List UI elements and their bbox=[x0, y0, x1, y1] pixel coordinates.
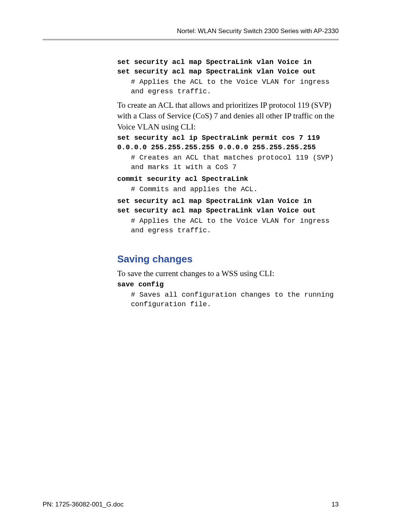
content-area: set security acl map SpectraLink vlan Vo… bbox=[117, 58, 339, 310]
footer-doc-name: PN: 1725-36082-001_G.doc bbox=[43, 501, 124, 508]
footer: PN: 1725-36082-001_G.doc 13 bbox=[43, 501, 339, 508]
cli-command: set security acl map SpectraLink vlan Vo… bbox=[117, 67, 339, 77]
cli-command: set security acl map SpectraLink vlan Vo… bbox=[117, 206, 339, 216]
header-rule bbox=[43, 39, 339, 40]
cli-command: set security acl ip SpectraLink permit c… bbox=[117, 134, 339, 153]
cli-command: save config bbox=[117, 280, 339, 290]
cli-comment: # Commits and applies the ACL. bbox=[131, 185, 339, 195]
footer-page-number: 13 bbox=[331, 501, 339, 508]
cli-command: set security acl map SpectraLink vlan Vo… bbox=[117, 58, 339, 67]
page: Nortel: WLAN Security Switch 2300 Series… bbox=[0, 0, 411, 532]
section-heading-saving-changes: Saving changes bbox=[117, 253, 339, 265]
body-paragraph: To create an ACL that allows and priorit… bbox=[117, 100, 339, 132]
cli-comment: # Applies the ACL to the Voice VLAN for … bbox=[131, 78, 339, 97]
header-title: Nortel: WLAN Security Switch 2300 Series… bbox=[43, 27, 339, 35]
cli-comment: # Saves all configuration changes to the… bbox=[131, 291, 339, 310]
cli-command: set security acl map SpectraLink vlan Vo… bbox=[117, 197, 339, 206]
cli-comment: # Creates an ACL that matches protocol 1… bbox=[131, 153, 339, 173]
body-paragraph: To save the current changes to a WSS usi… bbox=[117, 268, 339, 279]
cli-command: commit security acl SpectraLink bbox=[117, 175, 339, 184]
cli-comment: # Applies the ACL to the Voice VLAN for … bbox=[131, 217, 339, 236]
